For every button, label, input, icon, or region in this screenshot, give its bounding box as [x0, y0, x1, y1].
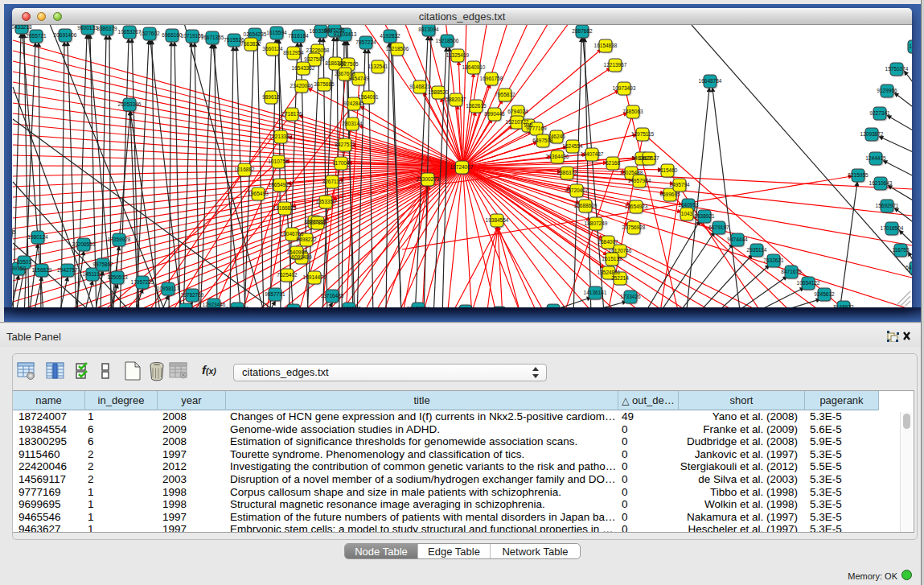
svg-text:2803144: 2803144	[342, 121, 363, 126]
svg-text:4192832: 4192832	[380, 33, 400, 39]
svg-text:2887682: 2887682	[572, 28, 593, 34]
svg-text:1016882: 1016882	[234, 167, 255, 172]
svg-text:9527505: 9527505	[338, 61, 359, 67]
svg-text:10973493: 10973493	[613, 85, 636, 91]
svg-text:1588520: 1588520	[428, 89, 449, 95]
svg-text:53501: 53501	[17, 259, 31, 265]
svg-text:10653267: 10653267	[118, 29, 142, 35]
svg-text:9245612: 9245612	[814, 291, 835, 297]
svg-text:16782759: 16782759	[181, 292, 204, 298]
svg-text:02654235: 02654235	[244, 31, 267, 37]
svg-text:23420046: 23420046	[290, 83, 314, 89]
svg-text:7816184: 7816184	[288, 33, 309, 39]
svg-text:9242845: 9242845	[343, 101, 364, 106]
svg-text:7625402: 7625402	[277, 272, 298, 278]
svg-text:10407487: 10407487	[581, 151, 604, 157]
svg-text:21364436: 21364436	[546, 154, 569, 159]
svg-text:12923446: 12923446	[203, 302, 226, 307]
svg-text:989618: 989618	[262, 94, 280, 100]
svg-text:1733426: 1733426	[620, 294, 641, 299]
svg-text:10654122: 10654122	[797, 280, 820, 286]
svg-text:8148932: 8148932	[833, 304, 854, 307]
svg-text:9115460: 9115460	[658, 167, 678, 173]
svg-text:1156829: 1156829	[32, 267, 52, 273]
svg-text:1624554: 1624554	[562, 143, 583, 149]
svg-text:3267110: 3267110	[322, 179, 343, 184]
svg-text:9474444: 9474444	[727, 237, 748, 242]
svg-text:17957225: 17957225	[131, 279, 154, 285]
svg-text:9146821: 9146821	[409, 84, 430, 89]
svg-text:1980124: 1980124	[27, 234, 48, 240]
svg-text:18654925: 18654925	[269, 182, 292, 187]
svg-text:20756928: 20756928	[622, 225, 646, 230]
svg-text:1353359: 1353359	[315, 199, 336, 204]
svg-text:1564091: 1564091	[358, 94, 379, 100]
svg-text:25300273: 25300273	[417, 176, 440, 182]
svg-text:16671355: 16671355	[201, 35, 224, 40]
svg-text:72423884: 72423884	[407, 306, 430, 307]
svg-text:15692971: 15692971	[876, 203, 899, 208]
svg-text:6679197: 6679197	[708, 225, 729, 230]
svg-text:10688609: 10688609	[574, 203, 598, 208]
svg-text:252214: 252214	[611, 275, 629, 281]
svg-text:26053346: 26053346	[118, 101, 142, 107]
svg-text:99150: 99150	[12, 266, 26, 271]
svg-text:20206553: 20206553	[72, 241, 96, 247]
svg-text:10958117: 10958117	[157, 286, 180, 291]
svg-text:19384554: 19384554	[486, 217, 509, 223]
svg-text:62166: 62166	[606, 160, 620, 166]
svg-text:13524851: 13524851	[598, 270, 621, 275]
svg-text:1132541: 1132541	[368, 64, 388, 69]
svg-text:16961758: 16961758	[480, 76, 503, 81]
svg-text:1043: 1043	[681, 211, 693, 216]
svg-text:12213383: 12213383	[269, 134, 293, 139]
svg-text:2935114: 2935114	[747, 247, 767, 253]
svg-text:18640910: 18640910	[462, 64, 486, 70]
svg-text:9327509: 9327509	[304, 56, 325, 62]
svg-text:17359928: 17359928	[108, 237, 131, 242]
svg-text:2386372: 2386372	[556, 170, 577, 175]
svg-text:8386379: 8386379	[97, 26, 117, 31]
svg-text:6099489: 6099489	[291, 254, 312, 260]
svg-text:14136141: 14136141	[584, 290, 607, 295]
svg-text:16154838: 16154838	[594, 43, 618, 48]
svg-text:12975115: 12975115	[631, 131, 655, 137]
svg-text:116753: 116753	[892, 247, 910, 253]
svg-text:1250513: 1250513	[107, 274, 128, 280]
svg-text:2718176: 2718176	[281, 111, 302, 117]
svg-text:5430391: 5430391	[906, 265, 912, 270]
svg-text:19654923: 19654923	[625, 204, 648, 209]
svg-text:6475255: 6475255	[324, 27, 345, 33]
svg-text:7663822: 7663822	[240, 41, 261, 47]
svg-text:1362615: 1362615	[466, 103, 487, 109]
svg-text:1463627: 1463627	[639, 155, 659, 161]
svg-text:117004: 117004	[332, 160, 350, 166]
svg-text:9657791: 9657791	[265, 291, 285, 297]
svg-text:3875685: 3875685	[314, 81, 335, 87]
svg-text:9975867: 9975867	[92, 262, 113, 267]
svg-text:8471676: 8471676	[781, 269, 802, 274]
svg-text:2055721: 2055721	[26, 33, 47, 39]
svg-text:15751074: 15751074	[885, 66, 909, 72]
svg-text:13716485: 13716485	[321, 293, 344, 299]
svg-text:16543362: 16543362	[292, 65, 315, 71]
svg-text:16046766: 16046766	[281, 231, 304, 237]
svg-text:9129966: 9129966	[877, 88, 897, 93]
svg-text:14957984: 14957984	[628, 178, 651, 183]
svg-text:3660124: 3660124	[262, 46, 283, 51]
svg-text:7857224: 7857224	[355, 39, 376, 45]
svg-text:6966160: 6966160	[162, 32, 183, 38]
svg-text:1965493: 1965493	[248, 191, 269, 196]
svg-text:7955812: 7955812	[495, 92, 515, 97]
svg-text:8990448: 8990448	[484, 111, 505, 117]
svg-text:8215955: 8215955	[848, 172, 869, 178]
svg-text:7632621: 7632621	[763, 257, 784, 263]
svg-text:19166825: 19166825	[273, 205, 297, 211]
svg-text:1540994: 1540994	[286, 249, 307, 255]
svg-text:12093872: 12093872	[860, 131, 884, 137]
svg-text:746246: 746246	[548, 134, 565, 139]
svg-text:20691406: 20691406	[54, 32, 77, 38]
svg-text:1495794: 1495794	[669, 182, 690, 187]
svg-text:2942757: 2942757	[57, 267, 78, 273]
svg-text:11325419: 11325419	[446, 52, 470, 58]
